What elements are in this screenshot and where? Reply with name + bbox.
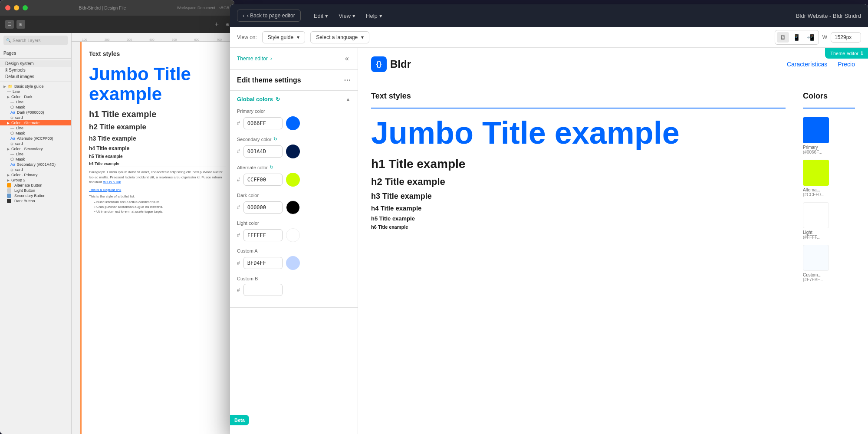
layer-item[interactable]: — Line bbox=[0, 125, 71, 131]
tool-icons: ☰ ⊞ bbox=[5, 20, 25, 29]
custom-b-color-input[interactable] bbox=[243, 284, 283, 296]
theme-panel-options-button[interactable]: ⋯ bbox=[344, 76, 351, 84]
color-block-custom: Custom... (#F7FBF... bbox=[803, 245, 855, 282]
layer-dark-color[interactable]: Aa Dark (#000000) bbox=[0, 110, 71, 115]
canvas-h6: h6 Title example bbox=[89, 161, 226, 167]
width-input[interactable] bbox=[831, 32, 861, 43]
canvas-text-styles: Text styles Jumbo Title example h1 Title… bbox=[80, 42, 234, 223]
preview-h3: h3 Title example bbox=[371, 192, 786, 201]
edit-menu-item[interactable]: Edit ▾ bbox=[309, 11, 332, 21]
help-menu-item[interactable]: Help ▾ bbox=[362, 11, 387, 21]
global-colors-header[interactable]: Global colors ↻ ▲ bbox=[237, 96, 351, 102]
search-bar: 🔍 Search Layers bbox=[0, 33, 71, 48]
style-guide-dropdown[interactable]: Style guide ▾ bbox=[262, 31, 305, 43]
theme-editor-badge: Theme editor ℹ bbox=[825, 48, 868, 59]
secondary-color-input[interactable] bbox=[243, 145, 283, 158]
back-to-page-editor-button[interactable]: ‹ ‹ Back to page editor bbox=[237, 10, 301, 22]
layer-item[interactable]: ◇ card bbox=[0, 141, 71, 146]
secondary-refresh-icon[interactable]: ↻ bbox=[273, 136, 277, 142]
canvas-paragraph: Paragraph. Lorem ipsum dolor sit amet, c… bbox=[89, 170, 226, 184]
chevron-up-icon[interactable]: ▲ bbox=[345, 96, 351, 102]
layer-color-dark[interactable]: ▶ Color - Dark bbox=[0, 94, 71, 99]
page-design-system[interactable]: Design system bbox=[0, 60, 71, 67]
back-button-label: ‹ Back to page editor bbox=[247, 13, 295, 19]
dark-color-input[interactable] bbox=[243, 201, 283, 214]
page-symbols[interactable]: § Symbols bbox=[0, 67, 71, 73]
theme-breadcrumb[interactable]: Theme editor › bbox=[237, 56, 272, 62]
layers-tree: ▶ 📁 Basic style guide — Line ▶ Color - D… bbox=[0, 82, 71, 204]
toolbar-right: 🖥 📱 📲 W bbox=[775, 30, 861, 45]
canvas-bullet-title: This is the style of a bullet list: bbox=[89, 194, 226, 198]
canvas-regular-link[interactable]: This is a Regular link bbox=[89, 188, 226, 192]
layer-alternate-btn[interactable]: Alternate Button bbox=[0, 183, 71, 188]
layer-dark-btn[interactable]: Dark Button bbox=[0, 198, 71, 204]
alternate-color-input[interactable] bbox=[243, 174, 283, 186]
layer-light-btn[interactable]: Light Button bbox=[0, 188, 71, 193]
layer-item[interactable]: ⬡ Mask bbox=[0, 131, 71, 136]
nav-link-precio[interactable]: Precio bbox=[838, 61, 855, 68]
layer-item[interactable]: — Line bbox=[0, 99, 71, 105]
layer-item[interactable]: ◇ card bbox=[0, 167, 71, 172]
layer-color-primary[interactable]: ▶ Color - Primary bbox=[0, 172, 71, 178]
dark-color-swatch[interactable] bbox=[286, 201, 300, 214]
layer-item[interactable]: ▶ 📁 Basic style guide bbox=[0, 84, 71, 89]
search-placeholder: Search Layers bbox=[13, 38, 40, 43]
primary-color-label: Primary color bbox=[237, 108, 351, 114]
hash-icon: # bbox=[237, 260, 240, 266]
layer-secondary-color[interactable]: Aa Secondary (#001A4D) bbox=[0, 162, 71, 167]
canvas-bullet-1: Nunc interdum orci a tellus condimentum. bbox=[89, 200, 226, 204]
layer-item[interactable]: — Line bbox=[0, 89, 71, 94]
custom-swatch bbox=[803, 245, 829, 271]
device-icons-group: 🖥 📱 📲 bbox=[775, 30, 819, 45]
add-button[interactable]: + bbox=[215, 20, 219, 28]
layer-item[interactable]: — Line bbox=[0, 151, 71, 157]
nav-link-caracteristicas[interactable]: Características bbox=[787, 61, 827, 68]
tablet-icon[interactable]: 📱 bbox=[791, 32, 803, 43]
canvas-bullet-3: Ut interdum est lorem, at scelerisque tu… bbox=[89, 210, 226, 214]
layers-icon[interactable]: ☰ bbox=[5, 20, 14, 29]
collapse-panel-button[interactable]: « bbox=[343, 53, 351, 64]
light-color-input[interactable] bbox=[243, 229, 283, 241]
primary-color-input[interactable] bbox=[243, 117, 283, 129]
alternate-color-swatch[interactable] bbox=[286, 173, 300, 187]
primary-swatch bbox=[803, 117, 829, 143]
layer-group2[interactable]: ▶ Group 2 bbox=[0, 178, 71, 183]
layer-item[interactable]: ◇ card bbox=[0, 115, 71, 120]
theme-panel-title-row: Edit theme settings ⋯ bbox=[230, 70, 358, 91]
header-label: ⊕ bbox=[226, 22, 229, 27]
layer-color-secondary[interactable]: ▶ Color - Secondary bbox=[0, 146, 71, 151]
canvas-h2: h2 Title example bbox=[89, 123, 226, 132]
light-color-row: Light color # bbox=[237, 220, 351, 242]
page-default-images[interactable]: Default images bbox=[0, 73, 71, 80]
layer-item[interactable]: ⬡ Mask bbox=[0, 105, 71, 110]
layer-secondary-btn[interactable]: Secondary Button bbox=[0, 193, 71, 198]
canvas-h4: h4 Title example bbox=[89, 145, 226, 151]
desktop-icon[interactable]: 🖥 bbox=[777, 32, 789, 43]
alternate-refresh-icon[interactable]: ↻ bbox=[270, 164, 273, 170]
secondary-color-swatch[interactable] bbox=[286, 145, 300, 158]
language-chevron: ▾ bbox=[361, 34, 364, 40]
components-icon[interactable]: ⊞ bbox=[16, 20, 25, 29]
language-dropdown[interactable]: Select a language ▾ bbox=[310, 31, 369, 43]
search-input[interactable]: 🔍 Search Layers bbox=[3, 36, 68, 45]
canvas-text-styles-title: Text styles bbox=[89, 50, 226, 57]
info-icon[interactable]: ℹ bbox=[861, 50, 863, 56]
layers-panel: 🔍 Search Layers Pages Design system § Sy… bbox=[0, 33, 72, 434]
maximize-dot[interactable] bbox=[23, 5, 28, 10]
close-dot[interactable] bbox=[5, 5, 10, 10]
help-menu-arrow: ▾ bbox=[379, 13, 382, 19]
theme-editor-badge-label: Theme editor bbox=[830, 51, 858, 56]
view-menu-arrow: ▾ bbox=[352, 13, 355, 19]
light-color-swatch[interactable] bbox=[286, 228, 300, 242]
custom-a-color-input[interactable] bbox=[243, 257, 283, 269]
layer-item[interactable]: ⬡ Mask bbox=[0, 157, 71, 162]
minimize-dot[interactable] bbox=[14, 5, 19, 10]
layer-color-alternate[interactable]: ▶ Color - Alternate bbox=[0, 120, 71, 125]
layer-alternate-color[interactable]: Aa Alternate (#CCFF00) bbox=[0, 136, 71, 141]
refresh-icon[interactable]: ↻ bbox=[276, 96, 280, 102]
secondary-color-row: Secondary color ↻ # bbox=[237, 136, 351, 158]
view-menu-item[interactable]: View ▾ bbox=[334, 11, 360, 21]
mobile-icon[interactable]: 📲 bbox=[805, 32, 817, 43]
custom-a-color-swatch[interactable] bbox=[286, 256, 300, 270]
primary-color-swatch[interactable] bbox=[286, 116, 300, 130]
